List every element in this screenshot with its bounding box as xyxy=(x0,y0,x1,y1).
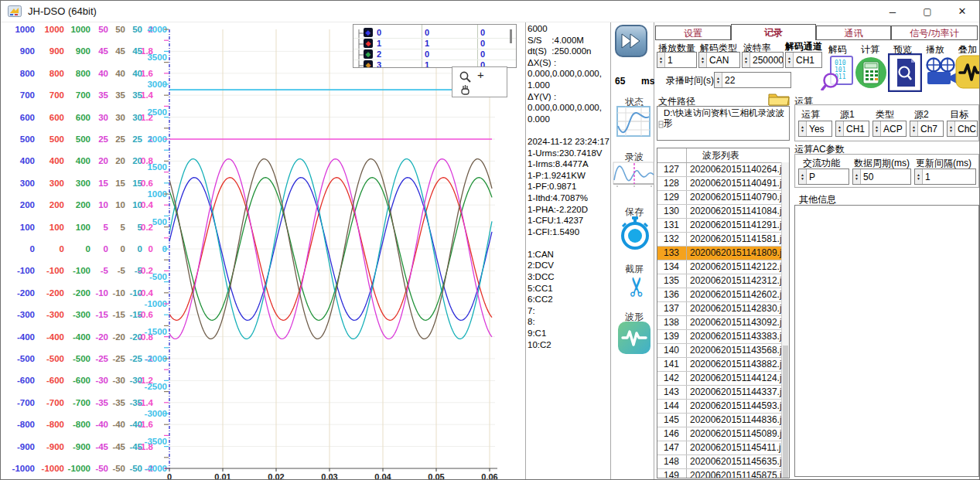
table-row[interactable]: 14120200620151143882.jhw xyxy=(657,358,789,372)
op-col-label: 类型 xyxy=(876,108,894,121)
spinner-arrows-icon[interactable]: ▲▼ xyxy=(743,53,750,67)
spinner-arrows-icon[interactable]: ▲▼ xyxy=(915,169,923,184)
table-row[interactable]: 13220200620151141581.jhw xyxy=(657,233,789,247)
tab-signal-powermeter[interactable]: 信号/功率计 xyxy=(891,26,978,40)
table-row[interactable]: 13920200620151143383.jhw xyxy=(657,330,789,344)
spinner-arrows-icon[interactable]: ▲▼ xyxy=(657,53,665,67)
table-row[interactable]: 13520200620151142312.jhw xyxy=(657,274,789,288)
file-name: 20200620151143383.jhw xyxy=(687,330,789,343)
table-row[interactable]: 14420200620151144593.jhw xyxy=(657,400,789,414)
maximize-button[interactable]: ▢ xyxy=(910,1,944,22)
fast-forward-button[interactable] xyxy=(615,25,647,60)
table-row[interactable]: 13620200620151142602.jhw xyxy=(657,288,789,302)
op-source2-spinbox[interactable]: ▲▼Ch7 xyxy=(910,121,944,137)
file-index: 141 xyxy=(657,358,687,371)
info-line: 1-PHA:-2.220D xyxy=(528,204,610,216)
info-line: 1:CAN xyxy=(528,249,610,260)
pan-hand-icon[interactable] xyxy=(459,83,471,96)
file-index: 142 xyxy=(657,372,687,385)
calc-button[interactable] xyxy=(855,56,887,92)
channel-legend[interactable]: ◆000◆110◆200◆310 xyxy=(353,24,517,68)
save-button[interactable] xyxy=(618,216,652,253)
ac-function-spinbox[interactable]: ▲▼P xyxy=(798,169,849,185)
table-row[interactable]: 14820200620151145635.jhw xyxy=(657,455,789,469)
table-row[interactable]: 13820200620151143092.jhw xyxy=(657,316,789,330)
waveform-plot[interactable]: 00.010.020.030.040.050.06 xyxy=(1,22,526,480)
waveform-file-list[interactable]: 波形列表 12720200620151140264.jhw12820200620… xyxy=(657,148,790,478)
spinner-arrows-icon[interactable]: ▲▼ xyxy=(699,53,707,67)
spinner-arrows-icon[interactable]: ▲▼ xyxy=(853,169,861,184)
status-button[interactable] xyxy=(616,106,650,140)
zoom-magnifier-icon[interactable] xyxy=(459,70,472,83)
spinner-arrows-icon[interactable]: ▲▼ xyxy=(799,169,807,184)
preview-button-selected[interactable] xyxy=(888,53,922,95)
spinner-arrows-icon[interactable]: ▲▼ xyxy=(948,121,955,136)
ac-period-spinbox[interactable]: ▲▼50 xyxy=(852,169,911,185)
svg-text:0.06: 0.06 xyxy=(481,472,497,480)
ac-interval-spinbox[interactable]: ▲▼1 xyxy=(914,169,976,185)
spinner-arrows-icon[interactable]: ▲▼ xyxy=(873,121,881,136)
op-target-spinbox[interactable]: ▲▼ChC1 xyxy=(947,121,978,137)
play-button[interactable] xyxy=(924,56,959,92)
legend-value: 1 xyxy=(425,39,429,48)
info-line: 1-Irms:8.4477A xyxy=(528,158,610,170)
table-row[interactable]: 12820200620151140491.jhw xyxy=(657,177,789,191)
file-path-field[interactable]: D:\快速访问资料\三相机录波波形 xyxy=(657,106,790,141)
op-type-value: ACP xyxy=(881,121,906,136)
overlay-button[interactable] xyxy=(955,55,980,92)
spinner-arrows-icon[interactable]: ▲▼ xyxy=(715,73,722,87)
legend-scrollbar[interactable] xyxy=(510,29,512,43)
screenshot-button[interactable]: ✂ xyxy=(621,271,652,304)
speed-value: 65 xyxy=(615,76,625,87)
baud-rate-spinbox[interactable]: ▲▼ 250000 xyxy=(742,52,784,68)
file-name: 20200620151144337.jhw xyxy=(687,386,789,399)
info-line xyxy=(528,124,610,136)
scrollbar-thumb[interactable] xyxy=(783,346,788,478)
table-row[interactable]: 12720200620151140264.jhw xyxy=(657,163,789,177)
legend-marker-icon: ◆ xyxy=(364,49,373,59)
table-row[interactable]: 13720200620151142830.jhw xyxy=(657,302,789,316)
info-line: 5:CC1 xyxy=(528,283,610,294)
decode-channel-spinbox[interactable]: ▲▼ CH1 xyxy=(785,52,822,68)
file-list-scrollbar[interactable] xyxy=(781,162,789,478)
op-source1-spinbox[interactable]: ▲▼CH1 xyxy=(835,121,869,137)
minimize-button[interactable]: – xyxy=(876,1,910,22)
tab-communication[interactable]: 通讯 xyxy=(816,26,891,40)
table-row[interactable]: 13020200620151141084.jhw xyxy=(657,205,789,219)
spinner-arrows-icon[interactable]: ▲▼ xyxy=(799,121,807,136)
zoom-plus-icon[interactable]: + xyxy=(477,68,484,81)
record-time-spinbox[interactable]: ▲▼ 22 xyxy=(714,72,791,88)
close-button[interactable]: ✕ xyxy=(945,1,979,22)
spinner-arrows-icon[interactable]: ▲▼ xyxy=(836,121,844,136)
waveform-chart-region[interactable]: 10009008007006005004003002001000-100-200… xyxy=(1,22,526,480)
file-name: 20200620151140264.jhw xyxy=(687,163,789,176)
waveform-button[interactable] xyxy=(617,321,651,358)
spinner-arrows-icon[interactable]: ▲▼ xyxy=(910,121,918,136)
op-enable-spinbox[interactable]: ▲▼Yes xyxy=(798,121,832,137)
decode-button[interactable]: 010 101 011 xyxy=(821,55,855,94)
tab-record[interactable]: 记录 xyxy=(731,24,816,40)
record-time-label: 录播时间(s) xyxy=(666,74,714,87)
table-row[interactable]: 14520200620151144836.jhw xyxy=(657,414,789,427)
decode-type-spinbox[interactable]: ▲▼ CAN xyxy=(698,52,740,68)
legend-value: 1 xyxy=(425,60,429,68)
info-line: 10:C2 xyxy=(528,339,610,351)
table-row[interactable]: 14220200620151144124.jhw xyxy=(657,372,789,386)
table-row[interactable]: 14920200620151145875.jhw xyxy=(657,469,789,478)
op-type-spinbox[interactable]: ▲▼ACP xyxy=(872,121,907,137)
record-wave-button[interactable] xyxy=(613,162,654,191)
table-row[interactable]: 14720200620151145411.jhw xyxy=(657,441,789,455)
table-row[interactable]: 13120200620151141291.jhw xyxy=(657,219,789,233)
table-row[interactable]: 13320200620151141809.jhw xyxy=(657,247,789,260)
table-row[interactable]: 14620200620151145089.jhw xyxy=(657,427,789,441)
table-row[interactable]: 13420200620151142122.jhw xyxy=(657,260,789,274)
table-row[interactable]: 14020200620151143568.jhw xyxy=(657,344,789,358)
table-row[interactable]: 14320200620151144337.jhw xyxy=(657,386,789,400)
table-row[interactable]: 12920200620151140790.jhw xyxy=(657,191,789,205)
tab-bar: 设置 记录 通讯 信号/功率计 xyxy=(655,24,978,39)
legend-value: 0 xyxy=(480,39,485,48)
play-count-spinbox[interactable]: ▲▼ 1 xyxy=(657,52,697,68)
other-info-box[interactable] xyxy=(794,205,979,477)
tab-settings[interactable]: 设置 xyxy=(655,26,731,40)
spinner-arrows-icon[interactable]: ▲▼ xyxy=(786,53,794,67)
